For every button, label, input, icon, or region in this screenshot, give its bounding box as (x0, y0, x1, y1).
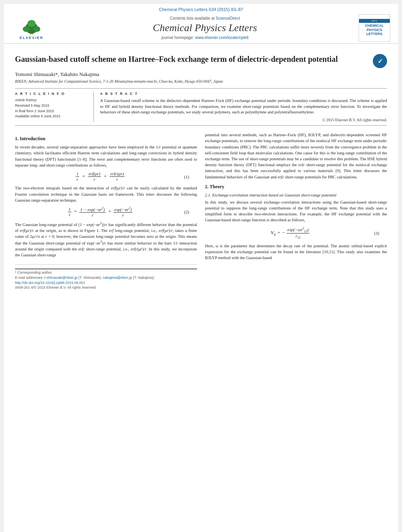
footnote-email: E-mail addresses: t-shimazaki@riken.jp (… (15, 275, 197, 280)
eq2-number: (2) (177, 209, 189, 214)
elsevier-label: ELSEVIER (20, 36, 44, 40)
svg-point-2 (23, 26, 30, 32)
left-column: 1. Introduction In recent decades, sever… (15, 132, 197, 290)
journal-reference: Chemical Physics Letters 634 (2015) 83–8… (12, 7, 390, 12)
crossmark-badge: ✓ (373, 54, 387, 68)
svg-point-3 (33, 26, 40, 32)
contents-line: Contents lists available at ScienceDirec… (55, 16, 355, 20)
article-info-heading: A R T I C L E I N F O (15, 92, 87, 96)
section2-para1: In this study, we discuss several exchan… (205, 199, 387, 223)
journal-name: Chemical Physics Letters (55, 22, 355, 34)
footnotes: * Corresponding author. E-mail addresses… (15, 264, 197, 290)
email-link-1[interactable]: t-shimazaki@riken.jp (45, 276, 78, 280)
homepage-line: journal homepage: www.elsevier.com/locat… (55, 35, 355, 40)
abstract-text: A Gaussian-based cutoff scheme in the di… (100, 98, 387, 115)
section2-subheading: 2.1. Exchange-correlation interaction ba… (205, 193, 387, 197)
svg-point-4 (27, 20, 35, 27)
article-title-section: Gaussian-based cutoff scheme on Hartree–… (15, 54, 387, 68)
eq1-number: (1) (177, 174, 189, 179)
right-intro-para: potential into several methods, such as … (205, 132, 387, 180)
right-column: potential into several methods, such as … (205, 132, 387, 290)
article-history-label: Article history: (15, 98, 87, 102)
abstract-copyright: © 2015 Elsevier B.V. All rights reserved… (100, 118, 387, 122)
abstract-section: A B S T R A C T A Gaussian-based cutoff … (94, 92, 387, 122)
equation-3-block: VX = − exp(−ωr212) r12 (3) (213, 226, 379, 240)
equation-3: VX = − exp(−ωr212) r12 (213, 226, 367, 240)
eq3-number: (3) (367, 231, 379, 235)
article-info-abstract: A R T I C L E I N F O Article history: R… (15, 88, 387, 126)
section1-heading: 1. Introduction (15, 136, 197, 142)
contents-text: Contents lists available at (170, 16, 214, 20)
homepage-link[interactable]: www.elsevier.com/locate/cplett (195, 35, 249, 40)
equation-1-block: 1r = erf(μr)r + erfc(μr)r (1) (23, 171, 189, 182)
equation-1: 1r = erf(μr)r + erfc(μr)r (23, 171, 177, 182)
article-title: Gaussian-based cutoff scheme on Hartree–… (15, 54, 369, 64)
sciencedirect-link[interactable]: ScienceDirect (216, 16, 240, 20)
article-body: Gaussian-based cutoff scheme on Hartree–… (4, 44, 398, 298)
section1-para1: In recent decades, several range-separat… (15, 144, 197, 168)
article-info: A R T I C L E I N F O Article history: R… (15, 92, 94, 122)
homepage-text: journal homepage: (161, 35, 194, 40)
equation-2-block: 1r = 1 − exp(−αr2) r + exp(−αr2) r (23, 206, 189, 218)
affiliation: RIKEN, Advanced Institute for Computatio… (15, 79, 387, 83)
section1-para3: The Gaussian long-range potential of (1 … (15, 221, 197, 258)
section2-heading: 2. Theory (205, 184, 387, 190)
journal-center: Contents lists available at ScienceDirec… (51, 16, 359, 40)
email-link-2[interactable]: nakajima@riken.jp (103, 276, 132, 280)
page: Chemical Physics Letters 634 (2015) 83–8… (4, 4, 398, 532)
section2-para2: Here, ω is the parameter that determines… (205, 243, 387, 261)
footnote-corresponding: * Corresponding author. (15, 270, 197, 275)
final-date: In final form 2 June 2015 (15, 109, 87, 114)
footnote-doi: http://dx.doi.org/10.1016/j.cplett.2015.… (15, 280, 197, 285)
logo-top-bar: SFX (359, 19, 390, 23)
online-date: Available online 9 June 2015 (15, 114, 87, 119)
footnote-issn: 0009-261 4/© 2015 Elsevier B.V. All righ… (15, 285, 197, 290)
logo-title: CHEMICALPHYSICSLETTERS (364, 23, 385, 37)
elsevier-logo: ELSEVIER (12, 16, 51, 40)
equation-2: 1r = 1 − exp(−αr2) r + exp(−αr2) r (23, 206, 177, 218)
two-col-layout: 1. Introduction In recent decades, sever… (15, 132, 387, 290)
journal-logo-box: SFX CHEMICALPHYSICSLETTERS (359, 14, 390, 42)
doi-link[interactable]: http://dx.doi.org/10.1016/j.cplett.2015.… (15, 281, 85, 285)
svg-text:✓: ✓ (378, 58, 383, 65)
authors: Tomomi Shimazaki*, Takahito Nakajima (15, 71, 387, 78)
received-date: Received 5 May 2015 (15, 103, 87, 109)
journal-header: Chemical Physics Letters 634 (2015) 83–8… (4, 4, 398, 44)
section1-para2: The two-electron integrals based on the … (15, 185, 197, 203)
abstract-heading: A B S T R A C T (100, 92, 387, 96)
